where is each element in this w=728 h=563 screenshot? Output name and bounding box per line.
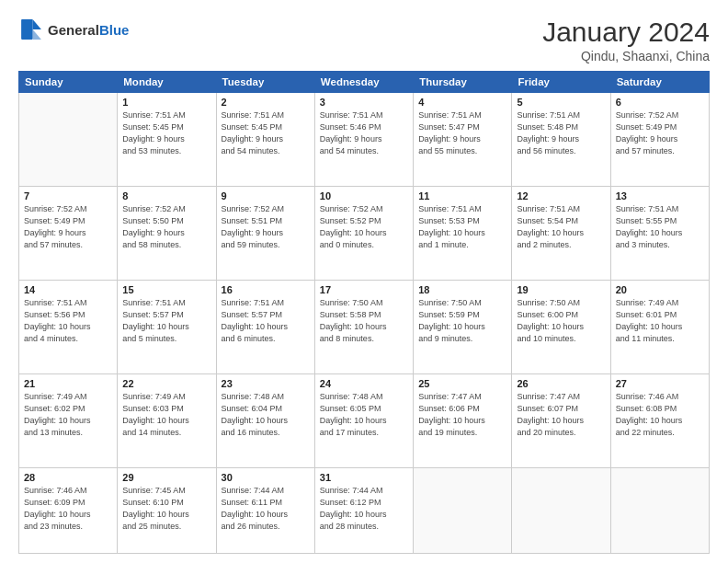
calendar-cell: 22Sunrise: 7:49 AM Sunset: 6:03 PM Dayli… xyxy=(118,373,216,467)
header: General Blue January 2024 Qindu, Shaanxi… xyxy=(18,17,710,63)
day-number: 6 xyxy=(616,97,704,108)
column-header-tuesday: Tuesday xyxy=(216,72,314,93)
week-row-5: 28Sunrise: 7:46 AM Sunset: 6:09 PM Dayli… xyxy=(19,467,710,553)
calendar-cell: 26Sunrise: 7:47 AM Sunset: 6:07 PM Dayli… xyxy=(512,373,610,467)
week-row-3: 14Sunrise: 7:51 AM Sunset: 5:56 PM Dayli… xyxy=(19,280,710,373)
day-number: 21 xyxy=(24,378,112,389)
calendar-body: 1Sunrise: 7:51 AM Sunset: 5:45 PM Daylig… xyxy=(19,93,710,554)
day-number: 18 xyxy=(418,284,506,295)
day-info: Sunrise: 7:50 AM Sunset: 6:00 PM Dayligh… xyxy=(517,297,605,345)
day-number: 10 xyxy=(320,190,408,201)
day-number: 8 xyxy=(122,190,210,201)
day-info: Sunrise: 7:47 AM Sunset: 6:06 PM Dayligh… xyxy=(418,391,506,439)
day-number: 17 xyxy=(320,284,408,295)
calendar-cell: 29Sunrise: 7:45 AM Sunset: 6:10 PM Dayli… xyxy=(118,467,216,553)
svg-rect-2 xyxy=(21,19,32,40)
day-number: 28 xyxy=(24,472,112,483)
calendar-cell: 20Sunrise: 7:49 AM Sunset: 6:01 PM Dayli… xyxy=(610,280,709,373)
calendar-cell: 2Sunrise: 7:51 AM Sunset: 5:45 PM Daylig… xyxy=(216,93,314,187)
day-info: Sunrise: 7:52 AM Sunset: 5:51 PM Dayligh… xyxy=(222,203,310,251)
day-number: 26 xyxy=(517,378,605,389)
day-info: Sunrise: 7:51 AM Sunset: 5:45 PM Dayligh… xyxy=(222,109,310,157)
day-info: Sunrise: 7:51 AM Sunset: 5:57 PM Dayligh… xyxy=(222,297,310,345)
day-info: Sunrise: 7:52 AM Sunset: 5:49 PM Dayligh… xyxy=(24,203,112,251)
calendar-table: SundayMondayTuesdayWednesdayThursdayFrid… xyxy=(18,71,710,554)
svg-marker-0 xyxy=(33,19,41,29)
day-number: 12 xyxy=(517,190,605,201)
column-header-friday: Friday xyxy=(512,72,610,93)
day-number: 27 xyxy=(616,378,704,389)
day-number: 25 xyxy=(418,378,506,389)
day-number: 5 xyxy=(517,97,605,108)
calendar-cell: 25Sunrise: 7:47 AM Sunset: 6:06 PM Dayli… xyxy=(414,373,512,467)
day-info: Sunrise: 7:51 AM Sunset: 5:46 PM Dayligh… xyxy=(320,109,408,157)
calendar-cell: 11Sunrise: 7:51 AM Sunset: 5:53 PM Dayli… xyxy=(414,186,512,280)
day-number: 23 xyxy=(222,378,310,389)
day-number: 14 xyxy=(24,284,112,295)
day-info: Sunrise: 7:49 AM Sunset: 6:01 PM Dayligh… xyxy=(616,297,704,345)
day-info: Sunrise: 7:46 AM Sunset: 6:09 PM Dayligh… xyxy=(24,485,112,533)
calendar-cell: 27Sunrise: 7:46 AM Sunset: 6:08 PM Dayli… xyxy=(610,373,709,467)
day-info: Sunrise: 7:51 AM Sunset: 5:56 PM Dayligh… xyxy=(24,297,112,345)
calendar-cell: 24Sunrise: 7:48 AM Sunset: 6:05 PM Dayli… xyxy=(314,373,413,467)
day-info: Sunrise: 7:51 AM Sunset: 5:55 PM Dayligh… xyxy=(616,203,704,251)
calendar-cell: 8Sunrise: 7:52 AM Sunset: 5:50 PM Daylig… xyxy=(118,186,216,280)
calendar-subtitle: Qindu, Shaanxi, China xyxy=(542,49,710,63)
day-info: Sunrise: 7:51 AM Sunset: 5:57 PM Dayligh… xyxy=(122,297,210,345)
calendar-cell: 12Sunrise: 7:51 AM Sunset: 5:54 PM Dayli… xyxy=(512,186,610,280)
calendar-cell: 18Sunrise: 7:50 AM Sunset: 5:59 PM Dayli… xyxy=(414,280,512,373)
calendar-cell: 16Sunrise: 7:51 AM Sunset: 5:57 PM Dayli… xyxy=(216,280,314,373)
day-number: 22 xyxy=(122,378,210,389)
day-info: Sunrise: 7:52 AM Sunset: 5:49 PM Dayligh… xyxy=(616,109,704,157)
day-info: Sunrise: 7:52 AM Sunset: 5:52 PM Dayligh… xyxy=(320,203,408,251)
day-info: Sunrise: 7:44 AM Sunset: 6:11 PM Dayligh… xyxy=(222,485,310,533)
day-info: Sunrise: 7:51 AM Sunset: 5:54 PM Dayligh… xyxy=(517,203,605,251)
logo-general-text: General xyxy=(48,22,99,38)
day-number: 13 xyxy=(616,190,704,201)
day-number: 31 xyxy=(320,472,408,483)
week-row-4: 21Sunrise: 7:49 AM Sunset: 6:02 PM Dayli… xyxy=(19,373,710,467)
day-info: Sunrise: 7:50 AM Sunset: 5:58 PM Dayligh… xyxy=(320,297,408,345)
calendar-cell: 3Sunrise: 7:51 AM Sunset: 5:46 PM Daylig… xyxy=(314,93,413,187)
day-number: 15 xyxy=(122,284,210,295)
calendar-cell: 9Sunrise: 7:52 AM Sunset: 5:51 PM Daylig… xyxy=(216,186,314,280)
day-info: Sunrise: 7:52 AM Sunset: 5:50 PM Dayligh… xyxy=(122,203,210,251)
day-info: Sunrise: 7:51 AM Sunset: 5:45 PM Dayligh… xyxy=(122,109,210,157)
logo-blue-text: Blue xyxy=(99,22,130,38)
day-number: 4 xyxy=(418,97,506,108)
calendar-cell: 28Sunrise: 7:46 AM Sunset: 6:09 PM Dayli… xyxy=(19,467,118,553)
day-number: 7 xyxy=(24,190,112,201)
calendar-cell: 6Sunrise: 7:52 AM Sunset: 5:49 PM Daylig… xyxy=(610,93,709,187)
page: General Blue January 2024 Qindu, Shaanxi… xyxy=(0,0,728,563)
column-header-saturday: Saturday xyxy=(610,72,709,93)
day-number: 16 xyxy=(222,284,310,295)
calendar-cell: 31Sunrise: 7:44 AM Sunset: 6:12 PM Dayli… xyxy=(314,467,413,553)
day-number: 29 xyxy=(122,472,210,483)
logo-icon xyxy=(18,17,44,42)
calendar-cell xyxy=(19,93,118,187)
week-row-2: 7Sunrise: 7:52 AM Sunset: 5:49 PM Daylig… xyxy=(19,186,710,280)
calendar-cell: 1Sunrise: 7:51 AM Sunset: 5:45 PM Daylig… xyxy=(118,93,216,187)
day-info: Sunrise: 7:46 AM Sunset: 6:08 PM Dayligh… xyxy=(616,391,704,439)
column-header-wednesday: Wednesday xyxy=(314,72,413,93)
header-row: SundayMondayTuesdayWednesdayThursdayFrid… xyxy=(19,72,710,93)
calendar-cell xyxy=(610,467,709,553)
calendar-cell: 10Sunrise: 7:52 AM Sunset: 5:52 PM Dayli… xyxy=(314,186,413,280)
week-row-1: 1Sunrise: 7:51 AM Sunset: 5:45 PM Daylig… xyxy=(19,93,710,187)
day-info: Sunrise: 7:51 AM Sunset: 5:47 PM Dayligh… xyxy=(418,109,506,157)
calendar-cell: 17Sunrise: 7:50 AM Sunset: 5:58 PM Dayli… xyxy=(314,280,413,373)
calendar-cell: 7Sunrise: 7:52 AM Sunset: 5:49 PM Daylig… xyxy=(19,186,118,280)
column-header-thursday: Thursday xyxy=(414,72,512,93)
day-info: Sunrise: 7:49 AM Sunset: 6:03 PM Dayligh… xyxy=(122,391,210,439)
calendar-cell: 5Sunrise: 7:51 AM Sunset: 5:48 PM Daylig… xyxy=(512,93,610,187)
day-info: Sunrise: 7:47 AM Sunset: 6:07 PM Dayligh… xyxy=(517,391,605,439)
day-number: 24 xyxy=(320,378,408,389)
logo: General Blue xyxy=(18,17,129,42)
calendar-cell: 19Sunrise: 7:50 AM Sunset: 6:00 PM Dayli… xyxy=(512,280,610,373)
calendar-cell: 23Sunrise: 7:48 AM Sunset: 6:04 PM Dayli… xyxy=(216,373,314,467)
day-number: 2 xyxy=(222,97,310,108)
day-number: 3 xyxy=(320,97,408,108)
calendar-cell: 14Sunrise: 7:51 AM Sunset: 5:56 PM Dayli… xyxy=(19,280,118,373)
calendar-cell xyxy=(414,467,512,553)
day-info: Sunrise: 7:48 AM Sunset: 6:05 PM Dayligh… xyxy=(320,391,408,439)
